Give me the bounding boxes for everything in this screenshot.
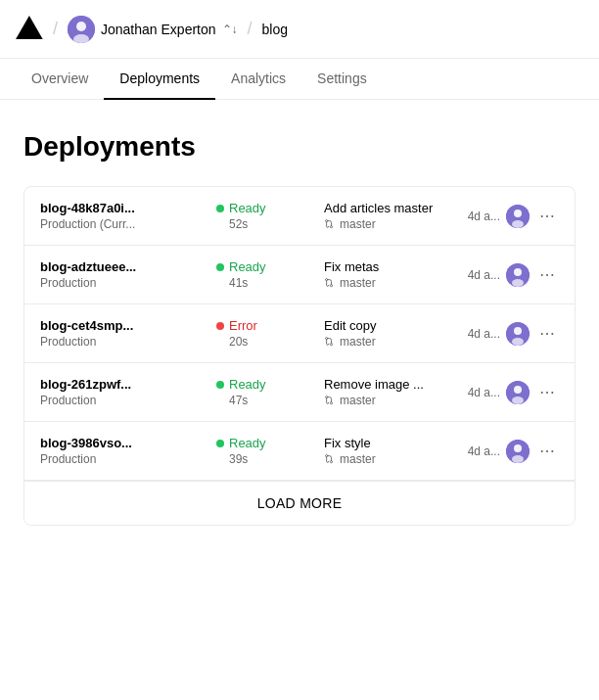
- load-more-button[interactable]: LOAD MORE: [24, 481, 575, 525]
- table-row[interactable]: blog-3986vso... Production Ready 39s Fix…: [24, 422, 575, 481]
- page-content: Deployments blog-48k87a0i... Production …: [0, 100, 599, 549]
- status-dot: [216, 322, 224, 330]
- commit-message: Edit copy: [324, 318, 441, 333]
- table-row[interactable]: blog-261zpwf... Production Ready 47s Rem…: [24, 363, 575, 422]
- deploy-name-col: blog-adztueee... Production: [40, 259, 216, 290]
- branch-icon: [324, 218, 336, 230]
- deploy-menu-col[interactable]: ⋯: [535, 205, 559, 227]
- avatar: [506, 440, 530, 463]
- deploy-duration: 39s: [216, 452, 324, 466]
- deploy-duration: 52s: [216, 217, 324, 231]
- deploy-name: blog-cet4smp...: [40, 318, 207, 333]
- tab-settings[interactable]: Settings: [301, 59, 383, 100]
- more-options-icon[interactable]: ⋯: [535, 263, 559, 286]
- branch-name: master: [340, 276, 376, 290]
- status-badge: Ready: [216, 259, 324, 274]
- status-badge: Ready: [216, 377, 324, 392]
- more-options-icon[interactable]: ⋯: [535, 205, 559, 227]
- vercel-logo: [16, 16, 43, 43]
- commit-col: Remove image ... master: [324, 377, 441, 407]
- username-label: Jonathan Experton: [101, 22, 216, 37]
- deploy-menu-col[interactable]: ⋯: [535, 381, 559, 403]
- svg-point-11: [512, 338, 524, 346]
- svg-point-5: [512, 220, 524, 228]
- commit-branch: master: [324, 217, 441, 231]
- svg-point-16: [514, 444, 522, 452]
- svg-point-7: [514, 268, 522, 276]
- tab-overview[interactable]: Overview: [16, 59, 104, 100]
- deploy-time: 4d a...: [441, 444, 500, 458]
- commit-message: Add articles master: [324, 201, 441, 215]
- deploy-avatar-col: [500, 440, 535, 463]
- commit-branch: master: [324, 452, 441, 466]
- deploy-time: 4d a...: [441, 327, 500, 341]
- branch-name: master: [340, 217, 376, 231]
- deploy-avatar-col: [500, 381, 535, 404]
- branch-name: master: [340, 452, 376, 466]
- more-options-icon[interactable]: ⋯: [535, 440, 559, 462]
- deploy-name-col: blog-261zpwf... Production: [40, 377, 216, 407]
- more-options-icon[interactable]: ⋯: [535, 322, 559, 345]
- status-dot: [216, 440, 224, 447]
- deploy-time: 4d a...: [441, 386, 500, 399]
- deploy-duration: 47s: [216, 394, 324, 407]
- table-row[interactable]: blog-adztueee... Production Ready 41s Fi…: [24, 246, 575, 304]
- commit-message: Fix style: [324, 436, 441, 450]
- user-avatar: [68, 16, 95, 43]
- avatar: [506, 263, 530, 287]
- deploy-avatar-col: [500, 205, 535, 228]
- svg-point-1: [76, 22, 86, 31]
- svg-point-14: [512, 397, 524, 404]
- status-dot: [216, 263, 224, 271]
- deploy-env: Production: [40, 335, 216, 349]
- tab-deployments[interactable]: Deployments: [104, 59, 215, 100]
- deploy-menu-col[interactable]: ⋯: [535, 322, 559, 345]
- user-chevron-icon: ⌃↓: [222, 23, 238, 36]
- status-badge: Error: [216, 318, 324, 333]
- status-label: Ready: [229, 201, 266, 215]
- deploy-env: Production: [40, 452, 216, 466]
- project-label[interactable]: blog: [262, 22, 288, 37]
- branch-name: master: [340, 335, 376, 349]
- commit-col: Add articles master master: [324, 201, 441, 231]
- deploy-status-col: Ready 52s: [216, 201, 324, 231]
- deploy-status-col: Ready 47s: [216, 377, 324, 407]
- table-row[interactable]: blog-cet4smp... Production Error 20s Edi…: [24, 304, 575, 363]
- page-title: Deployments: [23, 131, 576, 163]
- deploy-name: blog-3986vso...: [40, 436, 207, 450]
- deploy-env: Production: [40, 276, 216, 290]
- tab-analytics[interactable]: Analytics: [215, 59, 301, 100]
- deploy-env: Production (Curr...: [40, 217, 216, 231]
- status-label: Ready: [229, 259, 266, 274]
- deploy-name: blog-adztueee...: [40, 259, 207, 274]
- deploy-avatar-col: [500, 322, 535, 346]
- commit-message: Remove image ...: [324, 377, 441, 392]
- commit-branch: master: [324, 335, 441, 349]
- svg-point-8: [512, 279, 524, 287]
- deploy-name: blog-48k87a0i...: [40, 201, 207, 215]
- table-row[interactable]: blog-48k87a0i... Production (Curr... Rea…: [24, 187, 575, 246]
- commit-branch: master: [324, 394, 441, 407]
- deploy-avatar-col: [500, 263, 535, 287]
- breadcrumb-sep-1: /: [53, 19, 58, 39]
- deploy-name-col: blog-3986vso... Production: [40, 436, 216, 466]
- commit-col: Edit copy master: [324, 318, 441, 349]
- deploy-menu-col[interactable]: ⋯: [535, 263, 559, 286]
- branch-icon: [324, 395, 336, 406]
- deploy-name: blog-261zpwf...: [40, 377, 207, 392]
- deployments-list: blog-48k87a0i... Production (Curr... Rea…: [23, 186, 576, 526]
- deploy-menu-col[interactable]: ⋯: [535, 440, 559, 462]
- status-label: Ready: [229, 377, 266, 392]
- more-options-icon[interactable]: ⋯: [535, 381, 559, 403]
- header: / Jonathan Experton ⌃↓ / blog: [0, 0, 599, 59]
- status-dot: [216, 205, 224, 212]
- svg-point-17: [512, 455, 524, 463]
- avatar: [506, 205, 530, 228]
- user-switcher[interactable]: Jonathan Experton ⌃↓: [68, 16, 238, 43]
- svg-point-13: [514, 386, 522, 394]
- branch-name: master: [340, 394, 376, 407]
- deploy-time: 4d a...: [441, 210, 500, 223]
- branch-icon: [324, 277, 336, 289]
- nav-tabs: Overview Deployments Analytics Settings: [0, 59, 599, 100]
- status-badge: Ready: [216, 201, 324, 215]
